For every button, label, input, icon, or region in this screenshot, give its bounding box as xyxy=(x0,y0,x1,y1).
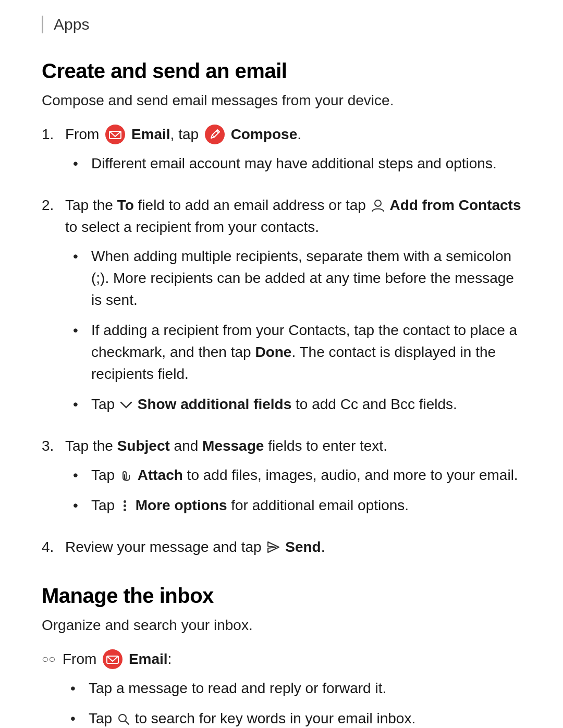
inbox-bullet-1: Tap a message to read and reply or forwa… xyxy=(68,677,521,699)
step3-bullet-1: Tap Attach to add files, images, audio, … xyxy=(70,464,521,486)
circle-bullet-icon: ○ xyxy=(42,648,63,668)
inbox-bullets: Tap a message to read and reply or forwa… xyxy=(68,677,521,728)
step2-bullet-3-text: Tap Show additional fields to add Cc and… xyxy=(91,393,457,415)
step3-bullets: Tap Attach to add files, images, audio, … xyxy=(70,464,521,516)
step3-bullet-2-text: Tap More options for additional email op… xyxy=(91,495,409,516)
step3-bullet-1-text: Tap Attach to add files, images, audio, … xyxy=(91,464,518,486)
inbox-bullet-1-text: Tap a message to read and reply or forwa… xyxy=(89,677,386,699)
apps-label: Apps xyxy=(54,16,89,33)
section2-title: Manage the inbox xyxy=(42,584,521,608)
step2-bullet-3: Tap Show additional fields to add Cc and… xyxy=(70,393,521,415)
svg-point-5 xyxy=(375,200,381,206)
more-options-label-1: More options xyxy=(136,497,227,513)
step4-text: Review your message and tap Send. xyxy=(65,539,325,555)
message-label: Message xyxy=(202,438,264,454)
section-manage-inbox: Manage the inbox Organize and search you… xyxy=(42,584,521,728)
step2-bullet-1: When adding multiple recipients, separat… xyxy=(70,245,521,311)
step2-bullet-2-text: If adding a recipient from your Contacts… xyxy=(91,319,521,385)
section-create-email: Create and send an email Compose and sen… xyxy=(42,59,521,558)
email-icon xyxy=(105,125,125,144)
email-icon-2 xyxy=(103,649,123,669)
steps-list: From Email, tap xyxy=(42,124,521,558)
step2-text: Tap the To field to add an email address… xyxy=(65,197,521,235)
step1-bullet-1-text: Different email account may have additio… xyxy=(91,153,497,175)
inbox-email-label: Email xyxy=(129,651,168,667)
step-3: Tap the Subject and Message fields to en… xyxy=(42,435,521,525)
step3-bullet-2: Tap More options for additional email op… xyxy=(70,495,521,516)
svg-point-2 xyxy=(205,125,225,144)
attach-label: Attach xyxy=(138,467,183,483)
compose-icon xyxy=(205,125,225,144)
step2-to-label: To xyxy=(117,197,134,213)
step1-text: From Email, tap xyxy=(65,126,301,142)
step-1-content: From Email, tap xyxy=(65,124,521,183)
inbox-from-row: ○ From Email: xyxy=(42,648,521,670)
subject-label: Subject xyxy=(117,438,170,454)
show-additional-label: Show additional fields xyxy=(138,396,292,412)
send-icon xyxy=(265,539,281,555)
step3-text: Tap the Subject and Message fields to en… xyxy=(65,438,387,454)
svg-line-9 xyxy=(125,721,129,724)
done-label: Done xyxy=(255,344,291,360)
section2-subtitle: Organize and search your inbox. xyxy=(42,617,521,634)
step1-bullets: Different email account may have additio… xyxy=(70,153,521,175)
svg-point-0 xyxy=(105,125,125,144)
svg-point-6 xyxy=(103,649,123,669)
inbox-bullet-2: Tap to search for key words in your emai… xyxy=(68,708,521,728)
step-4-content: Review your message and tap Send. xyxy=(65,536,521,558)
step1-compose-label: Compose xyxy=(231,126,298,142)
step2-contacts-label: Add from Contacts xyxy=(390,197,521,213)
inbox-bullet-2-text: Tap to search for key words in your emai… xyxy=(89,708,415,728)
step-2-content: Tap the To field to add an email address… xyxy=(65,194,521,424)
chevron-down-icon xyxy=(119,398,133,412)
contacts-icon xyxy=(370,198,386,213)
step2-bullets: When adding multiple recipients, separat… xyxy=(70,245,521,415)
step1-bullet-1: Different email account may have additio… xyxy=(70,153,521,175)
step-3-content: Tap the Subject and Message fields to en… xyxy=(65,435,521,525)
inbox-from-text: From Email: xyxy=(63,648,172,670)
search-icon xyxy=(116,712,131,726)
step2-bullet-1-text: When adding multiple recipients, separat… xyxy=(91,245,521,311)
step-2: Tap the To field to add an email address… xyxy=(42,194,521,424)
section1-subtitle: Compose and send email messages from you… xyxy=(42,92,521,109)
apps-header: Apps xyxy=(42,16,521,33)
attach-icon xyxy=(119,468,133,483)
more-options-icon-1 xyxy=(120,500,130,512)
step-4: Review your message and tap Send. xyxy=(42,536,521,558)
section1-title: Create and send an email xyxy=(42,59,521,83)
step2-bullet-2: If adding a recipient from your Contacts… xyxy=(70,319,521,385)
step1-email-label: Email xyxy=(131,126,170,142)
send-label: Send xyxy=(285,539,321,555)
page-container: Apps Create and send an email Compose an… xyxy=(0,0,563,728)
step-1: From Email, tap xyxy=(42,124,521,183)
